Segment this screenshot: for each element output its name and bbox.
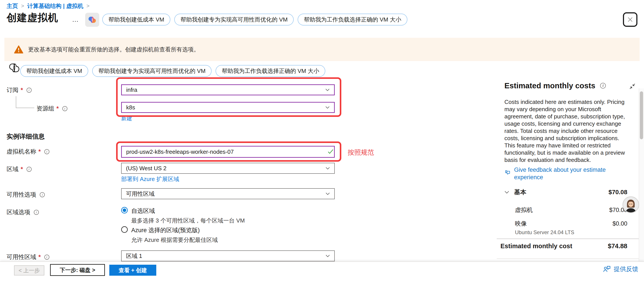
zone-option-azure-select-label[interactable]: Azure 选择的区域(预览版) (131, 226, 218, 234)
availability-options-label: 可用性选项 i (6, 191, 45, 199)
create-vm-page: 主页 > 计算基础结构 | 虚拟机 > 创建虚拟机 … 帮助我创建低成本 VM … (0, 0, 644, 286)
availability-options-dropdown[interactable]: 可用性区域 (121, 188, 335, 199)
warning-banner: 更改基本选项可能会重置所做的选择。创建虚拟机前查看所有选项。 (4, 38, 640, 61)
page-title: 创建虚拟机 (6, 11, 58, 25)
availability-zone-label-text: 可用性区域 (6, 253, 36, 261)
create-new-resource-group-link[interactable]: 新建 (121, 115, 132, 122)
review-create-button[interactable]: 查看 + 创建 (109, 265, 156, 276)
cost-panel-divider (497, 238, 639, 239)
zone-option-azure-select[interactable]: Azure 选择的区域(预览版) 允许 Azure 根据需要分配最佳区域 (121, 226, 218, 244)
subscription-label-text: 订阅 (6, 86, 18, 94)
prompt-low-cost-vm-button[interactable]: 帮助我创建低成本 VM (102, 14, 170, 26)
give-feedback-link[interactable]: 提供反馈 (603, 265, 638, 273)
vm-name-info-icon[interactable]: i (44, 149, 50, 154)
estimated-monthly-cost-value: $74.88 (608, 242, 627, 250)
radio-selected-icon[interactable] (121, 207, 128, 213)
required-asterisk: * (21, 87, 23, 94)
vm-name-label: 虚拟机名称* i (6, 148, 50, 156)
close-icon (627, 17, 633, 23)
chevron-down-icon (325, 89, 330, 91)
give-feedback-link-text: 提供反馈 (614, 265, 638, 273)
cost-panel-description: Costs indicated here are estimates only.… (504, 98, 628, 164)
chevron-expanded-icon (504, 191, 509, 194)
availability-zone-info-icon[interactable]: i (44, 254, 50, 260)
zone-option-self-select-description: 最多选择 3 个可用性区域，每个区域一台 VM (131, 217, 245, 224)
region-value: (US) West US 2 (126, 165, 166, 172)
chevron-down-icon (326, 167, 330, 170)
warning-banner-text: 更改基本选项可能会重置所做的选择。创建虚拟机前查看所有选项。 (28, 46, 199, 53)
region-label-text: 区域 (6, 165, 18, 173)
deploy-extended-zone-link[interactable]: 部署到 Azure 扩展区域 (121, 175, 179, 183)
copilot-icon[interactable] (85, 13, 99, 27)
collapse-panel-icon[interactable] (629, 83, 636, 90)
close-button[interactable] (623, 12, 638, 27)
avatar[interactable] (622, 196, 639, 213)
copilot-logo-icon (88, 15, 97, 24)
cost-panel-info-icon[interactable]: i (600, 83, 606, 89)
required-asterisk: * (21, 166, 23, 173)
availability-zone-dropdown[interactable]: 区域 1 (121, 250, 335, 261)
resource-group-label: 资源组* i (36, 105, 68, 112)
breadcrumb-chevron-icon: > (21, 3, 24, 9)
vm-name-label-text: 虚拟机名称 (6, 148, 36, 156)
region-dropdown[interactable]: (US) West US 2 (121, 163, 335, 174)
estimated-monthly-cost-label: Estimated monthly cost (500, 242, 572, 250)
estimated-monthly-cost-row: Estimated monthly cost $74.88 (500, 242, 627, 250)
cost-group-name: 基本 (514, 188, 526, 196)
scrollbar-thumb[interactable] (640, 91, 643, 139)
zone-option-self-select[interactable]: 自选区域 最多选择 3 个可用性区域，每个区域一台 VM (121, 207, 245, 224)
cost-group-value: $70.08 (608, 189, 627, 196)
previous-button[interactable]: < 上一步 (14, 265, 44, 275)
availability-zone-value: 区域 1 (126, 252, 142, 260)
vm-name-input[interactable] (121, 146, 335, 158)
breadcrumb-virtual-machines[interactable]: 计算基础结构 | 虚拟机 (27, 2, 84, 10)
availability-options-label-text: 可用性选项 (6, 191, 36, 199)
avatar-image (623, 197, 638, 212)
chevron-down-icon (325, 106, 330, 109)
next-disks-button[interactable]: 下一步: 磁盘 > (50, 264, 105, 276)
copilot-prompt-buttons: 帮助我创建低成本 VM 帮助我创建专为实现高可用性而优化的 VM 帮助我为工作负… (102, 14, 408, 26)
required-asterisk: * (56, 105, 59, 112)
more-options-button[interactable]: … (72, 16, 79, 23)
prompt-low-cost-vm-button[interactable]: 帮助我创建低成本 VM (20, 65, 88, 77)
cost-item-vm-row: 虚拟机 $70.08 (515, 206, 627, 214)
tree-connector-horizontal (16, 108, 34, 108)
cost-item-name: 虚拟机 (515, 206, 533, 214)
region-info-icon[interactable]: i (26, 167, 32, 172)
zone-options-label-text: 区域选项 (6, 208, 30, 216)
warning-icon (14, 45, 23, 54)
prompt-right-vm-size-button[interactable]: 帮助我为工作负载选择正确的 VM 大小 (216, 65, 325, 77)
availability-zone-label: 可用性区域* i (6, 253, 50, 261)
copilot-outline-icon (8, 62, 20, 75)
cost-group-basic-row[interactable]: 基本 $70.08 (504, 188, 627, 196)
cost-panel-bottom-divider (497, 258, 639, 259)
subscription-value: infra (126, 87, 138, 93)
required-asterisk: * (38, 148, 41, 155)
estimate-feedback-link-text: Give feedback about your estimate experi… (514, 166, 623, 181)
resource-group-info-icon[interactable]: i (62, 106, 68, 111)
subscription-info-icon[interactable]: i (26, 88, 32, 93)
cost-item-value: $0.00 (612, 220, 627, 227)
instance-details-section-title: 实例详细信息 (6, 132, 45, 141)
zone-option-self-select-label[interactable]: 自选区域 (131, 207, 245, 215)
subscription-label: 订阅* i (6, 86, 32, 94)
prompt-high-availability-vm-button[interactable]: 帮助我创建专为实现高可用性而优化的 VM (92, 65, 212, 77)
subscription-dropdown[interactable]: infra (121, 84, 335, 95)
availability-options-value: 可用性区域 (126, 190, 154, 198)
resource-group-dropdown[interactable]: k8s (121, 102, 335, 113)
cost-item-name: 映像 (515, 220, 527, 227)
prompt-high-availability-vm-button[interactable]: 帮助我创建专为实现高可用性而优化的 VM (174, 14, 294, 26)
availability-options-info-icon[interactable]: i (40, 192, 45, 197)
radio-unselected-icon[interactable] (121, 226, 128, 233)
cost-panel-title: Estimated monthly costs i (504, 81, 606, 90)
tree-connector-vertical (16, 96, 16, 108)
feedback-bubbles-icon (504, 169, 511, 177)
breadcrumb-home[interactable]: 主页 (6, 2, 18, 10)
zone-options-info-icon[interactable]: i (34, 210, 39, 215)
chevron-down-icon (326, 192, 330, 195)
prompt-right-vm-size-button[interactable]: 帮助我为工作负载选择正确的 VM 大小 (298, 14, 407, 26)
cost-item-image-detail: Ubuntu Server 24.04 LTS (515, 229, 574, 235)
valid-check-icon (328, 149, 334, 154)
estimate-feedback-link[interactable]: Give feedback about your estimate experi… (504, 166, 623, 181)
chevron-down-icon (326, 254, 330, 257)
